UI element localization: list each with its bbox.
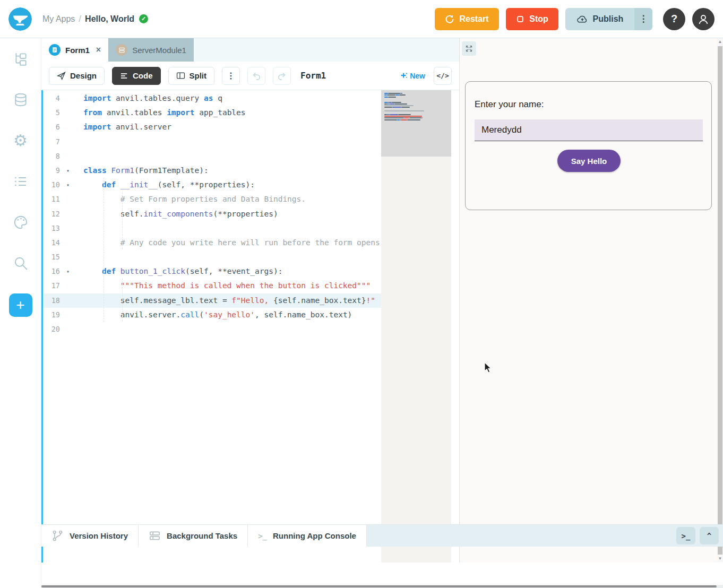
undo-icon: [252, 72, 261, 80]
scrollbar-thumb[interactable]: [718, 46, 722, 555]
line-number: 4: [43, 91, 60, 106]
fold-spacer: [62, 322, 74, 336]
code-text: [83, 221, 381, 236]
fold-spacer: [62, 279, 74, 293]
add-plus-button[interactable]: +: [9, 293, 32, 317]
version-history-tab[interactable]: Version History: [41, 525, 139, 547]
say-hello-button[interactable]: Say Hello: [557, 150, 621, 172]
line-number: 12: [43, 207, 60, 221]
breadcrumb-my-apps[interactable]: My Apps: [42, 14, 75, 24]
code-line[interactable]: 4import anvil.tables.query as q: [43, 91, 381, 106]
cloud-upload-icon: [576, 14, 588, 24]
minimap-line: [388, 97, 396, 98]
minimap[interactable]: [381, 90, 451, 563]
kebab-icon: ⋮: [227, 71, 235, 81]
account-button[interactable]: [692, 8, 715, 30]
code-line[interactable]: 7: [43, 135, 381, 149]
gutter: 8: [43, 149, 83, 163]
vertical-scrollbar[interactable]: ▲ ▼: [717, 38, 723, 563]
saved-check-icon: ✓: [139, 14, 148, 23]
line-number: 20: [43, 322, 60, 336]
code-line[interactable]: 17 """This method is called when the but…: [43, 279, 381, 293]
scroll-down-arrow[interactable]: ▼: [717, 555, 723, 563]
expand-app-button[interactable]: [462, 41, 476, 56]
sidebar-item-theme[interactable]: [0, 202, 41, 243]
minimap-line: [384, 107, 392, 108]
split-pane-icon: [176, 72, 185, 80]
scroll-up-arrow[interactable]: ▲: [717, 38, 723, 46]
collapse-panel-button[interactable]: ^: [700, 527, 719, 544]
design-label: Design: [70, 71, 97, 80]
breadcrumb: My Apps / Hello, World ✓: [42, 14, 148, 24]
split-label: Split: [190, 71, 207, 80]
gutter: 5: [43, 106, 83, 120]
code-toggle-button[interactable]: </>: [434, 67, 452, 85]
name-input[interactable]: [475, 119, 703, 141]
minimap-line: [401, 119, 408, 120]
tab-form1[interactable]: Form1 ×: [41, 38, 108, 62]
code-line[interactable]: 19 anvil.server.call('say_hello', self.n…: [43, 308, 381, 322]
code-line[interactable]: 5from anvil.tables import app_tables: [43, 106, 381, 120]
search-icon: [13, 255, 29, 271]
fold-spacer: [62, 207, 74, 221]
new-component-link[interactable]: New: [400, 72, 425, 80]
minimap-line: [387, 94, 395, 96]
code-line[interactable]: 18 self.message_lbl.text = f"Hello, {sel…: [43, 293, 381, 308]
sidebar-item-settings[interactable]: ⚙: [0, 120, 41, 161]
line-number: 15: [43, 250, 60, 264]
code-line[interactable]: 9▾class Form1(Form1Template):: [43, 163, 381, 178]
publish-menu-button[interactable]: ⋮: [634, 8, 652, 30]
code-line[interactable]: 20: [43, 322, 381, 336]
stop-button[interactable]: Stop: [506, 8, 558, 30]
code-lines[interactable]: 4import anvil.tables.query as q5from anv…: [43, 90, 381, 563]
background-tasks-tab[interactable]: Background Tasks: [139, 525, 248, 547]
fold-arrow-icon[interactable]: ▾: [62, 163, 74, 178]
breadcrumb-app-name: Hello, World: [85, 14, 134, 24]
help-button[interactable]: ?: [663, 8, 685, 30]
code-line[interactable]: 16▾ def button_1_click(self, **event_arg…: [43, 264, 381, 279]
code-editor[interactable]: 4import anvil.tables.query as q5from anv…: [41, 90, 459, 563]
line-number: 14: [43, 236, 60, 250]
sidebar-item-search[interactable]: [0, 243, 41, 283]
code-line[interactable]: 14 # Any code you write here will run be…: [43, 236, 381, 250]
code-view-button[interactable]: Code: [112, 67, 161, 85]
minimap-line: [390, 103, 394, 105]
split-view-button[interactable]: Split: [168, 67, 215, 85]
topbar-actions: Restart Stop Publish ⋮ ?: [435, 8, 723, 30]
gutter: 11: [43, 192, 83, 206]
design-view-button[interactable]: Design: [49, 67, 105, 85]
tab-servermodule1[interactable]: ServerModule1: [108, 38, 194, 62]
current-form-title: Form1: [300, 71, 326, 81]
breadcrumb-separator: /: [79, 14, 81, 24]
code-line[interactable]: 8: [43, 149, 381, 163]
fold-arrow-icon[interactable]: ▾: [62, 178, 74, 192]
restart-button[interactable]: Restart: [435, 8, 499, 30]
redo-button[interactable]: [273, 67, 291, 85]
fold-spacer: [62, 91, 74, 106]
running-app-console-tab[interactable]: >_ Running App Console: [248, 525, 367, 547]
minimap-line: [384, 97, 388, 98]
anvil-logo[interactable]: [8, 7, 32, 31]
code-line[interactable]: 15: [43, 250, 381, 264]
code-line[interactable]: 13: [43, 221, 381, 236]
code-text: """This method is called when the button…: [83, 279, 381, 293]
fold-arrow-icon[interactable]: ▾: [62, 264, 74, 279]
fold-spacer: [62, 293, 74, 308]
publish-button[interactable]: Publish: [565, 8, 634, 30]
sidebar-item-list[interactable]: [0, 161, 41, 202]
open-console-button[interactable]: >_: [676, 527, 695, 544]
tab-close-icon[interactable]: ×: [96, 45, 101, 55]
overflow-menu-button[interactable]: ⋮: [222, 67, 240, 85]
horizontal-scrollbar-thumb[interactable]: [41, 585, 717, 587]
gutter: 4: [43, 91, 83, 106]
sidebar-item-app-browser[interactable]: [0, 38, 41, 79]
horizontal-scrollbar[interactable]: [41, 585, 723, 588]
code-line[interactable]: 6import anvil.server: [43, 120, 381, 134]
sidebar-item-data-tables[interactable]: [0, 79, 41, 120]
code-line[interactable]: 12 self.init_components(**properties): [43, 207, 381, 221]
gutter: 17: [43, 279, 83, 293]
code-line[interactable]: 10▾ def __init__(self, **properties):: [43, 178, 381, 192]
kebab-icon: ⋮: [639, 13, 648, 24]
undo-button[interactable]: [247, 67, 265, 85]
code-line[interactable]: 11 # Set Form properties and Data Bindin…: [43, 192, 381, 206]
